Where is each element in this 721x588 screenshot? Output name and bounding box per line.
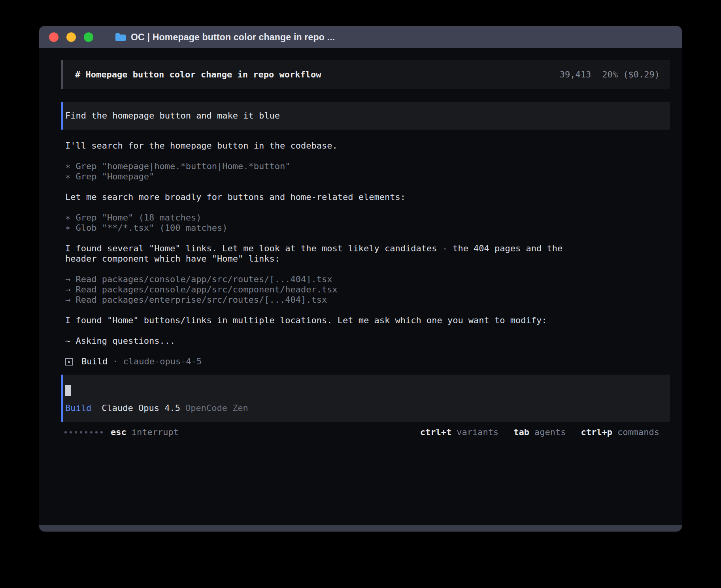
user-message-text: Find the homepage button and make it blu… bbox=[65, 111, 280, 121]
tool-prefix-icon: → bbox=[65, 285, 76, 294]
agent-model: claude-opus-4-5 bbox=[123, 356, 202, 367]
session-title: # Homepage button color change in repo w… bbox=[75, 70, 321, 80]
interrupt-hint: esc interrupt bbox=[111, 427, 179, 437]
shortcut-key: ctrl+p bbox=[581, 427, 612, 437]
esc-key: esc bbox=[111, 427, 126, 437]
tool-call-text: Read packages/enterprise/src/routes/[...… bbox=[76, 295, 327, 305]
shortcut-label: agents bbox=[534, 427, 566, 437]
tool-call-line: → Read packages/console/app/src/routes/[… bbox=[61, 274, 573, 285]
blank-line bbox=[61, 202, 573, 213]
tool-prefix-icon: ∗ bbox=[65, 161, 76, 171]
tool-call-text: Grep "homepage|home.*button|Home.*button… bbox=[76, 161, 291, 171]
blank-line bbox=[61, 326, 573, 336]
blank-line bbox=[61, 264, 573, 274]
assistant-text-line: I'll search for the homepage button in t… bbox=[61, 141, 573, 151]
minimize-button[interactable] bbox=[66, 32, 76, 42]
traffic-lights bbox=[49, 32, 93, 42]
spinner-dots bbox=[64, 431, 103, 433]
assistant-text-line: ~ Asking questions... bbox=[61, 336, 573, 346]
shortcut-label: variants bbox=[457, 427, 498, 437]
shortcut-key: ctrl+t bbox=[420, 427, 451, 437]
zoom-button[interactable] bbox=[84, 32, 93, 42]
agent-name: Build bbox=[81, 356, 108, 367]
tool-call-line: → Read packages/enterprise/src/routes/[.… bbox=[61, 295, 573, 305]
tool-prefix-icon: ∗ bbox=[65, 213, 76, 222]
assistant-response: I'll search for the homepage button in t… bbox=[61, 141, 670, 356]
session-stats: 39,413 20% ($0.29) bbox=[560, 70, 660, 80]
mode-indicator[interactable]: Build bbox=[65, 403, 91, 413]
tool-call-line: ∗ Grep "Home" (18 matches) bbox=[61, 213, 573, 223]
folder-icon bbox=[115, 33, 126, 41]
tool-prefix-icon: ∗ bbox=[65, 172, 76, 181]
context-usage: 20% ($0.29) bbox=[602, 70, 660, 80]
shortcut-key: tab bbox=[513, 427, 529, 437]
assistant-text-line: Let me search more broadly for buttons a… bbox=[61, 192, 573, 202]
interrupt-label: interrupt bbox=[132, 427, 179, 437]
assistant-text-line: I found several "Home" links. Let me loo… bbox=[61, 243, 573, 264]
tool-call-text: Grep "Homepage" bbox=[76, 172, 155, 181]
tool-call-line: ∗ Grep "homepage|home.*button|Home.*butt… bbox=[61, 161, 573, 172]
status-bar: esc interrupt ctrl+tvariantstabagentsctr… bbox=[61, 427, 670, 438]
prompt-input[interactable]: Build Claude Opus 4.5 OpenCode Zen bbox=[61, 375, 670, 422]
agent-square-icon bbox=[65, 358, 73, 366]
terminal-content: # Homepage button color change in repo w… bbox=[39, 48, 682, 438]
model-line: Build Claude Opus 4.5 OpenCode Zen bbox=[65, 403, 660, 413]
tool-call-text: Grep "Home" (18 matches) bbox=[76, 213, 202, 222]
tool-call-line: → Read packages/console/app/src/componen… bbox=[61, 285, 573, 295]
spinner-dot bbox=[90, 431, 92, 433]
assistant-text-line: I found "Home" buttons/links in multiple… bbox=[61, 315, 573, 326]
spinner-dot bbox=[75, 431, 77, 433]
status-left: esc interrupt bbox=[64, 427, 179, 437]
tool-call-line: ∗ Glob "**/*.tsx" (100 matches) bbox=[61, 223, 573, 233]
tool-prefix-icon: → bbox=[65, 295, 76, 305]
agent-separator: · bbox=[113, 356, 118, 367]
title-group: OC | Homepage button color change in rep… bbox=[115, 32, 335, 43]
tool-call-line: ∗ Grep "Homepage" bbox=[61, 172, 573, 182]
tool-call-text: Read packages/console/app/src/component/… bbox=[76, 285, 338, 294]
agent-status: Build · claude-opus-4-5 bbox=[61, 356, 670, 367]
window-title: OC | Homepage button color change in rep… bbox=[131, 32, 335, 43]
window-bottom-edge bbox=[39, 525, 682, 531]
spinner-dot bbox=[95, 431, 98, 433]
token-count: 39,413 bbox=[560, 70, 591, 80]
shortcut-hint-variants: ctrl+tvariants bbox=[420, 427, 498, 437]
spinner-dot bbox=[70, 431, 72, 433]
spinner-dot bbox=[85, 431, 87, 433]
tool-prefix-icon: ∗ bbox=[65, 223, 76, 233]
tool-call-text: Glob "**/*.tsx" (100 matches) bbox=[76, 223, 228, 233]
blank-line bbox=[61, 233, 573, 243]
blank-line bbox=[61, 346, 573, 356]
shortcut-hint-agents: tabagents bbox=[513, 427, 566, 437]
model-name[interactable]: Claude Opus 4.5 bbox=[102, 403, 180, 413]
text-cursor bbox=[65, 385, 71, 396]
spinner-dot bbox=[80, 431, 82, 433]
blank-line bbox=[61, 182, 573, 192]
blank-line bbox=[61, 151, 573, 161]
spinner-dot bbox=[100, 431, 103, 433]
tool-call-text: Read packages/console/app/src/routes/[..… bbox=[76, 274, 332, 284]
shortcut-hint-commands: ctrl+pcommands bbox=[581, 427, 659, 437]
shortcut-label: commands bbox=[617, 427, 659, 437]
model-provider: OpenCode Zen bbox=[185, 403, 248, 413]
user-message: Find the homepage button and make it blu… bbox=[61, 102, 670, 130]
spinner-dot bbox=[64, 431, 67, 433]
session-header: # Homepage button color change in repo w… bbox=[61, 60, 670, 89]
tool-prefix-icon: → bbox=[65, 274, 76, 284]
terminal-window: OC | Homepage button color change in rep… bbox=[39, 26, 682, 531]
status-shortcuts: ctrl+tvariantstabagentsctrl+pcommands bbox=[420, 427, 659, 437]
blank-line bbox=[61, 305, 573, 315]
close-button[interactable] bbox=[49, 32, 59, 42]
titlebar[interactable]: OC | Homepage button color change in rep… bbox=[39, 26, 682, 48]
